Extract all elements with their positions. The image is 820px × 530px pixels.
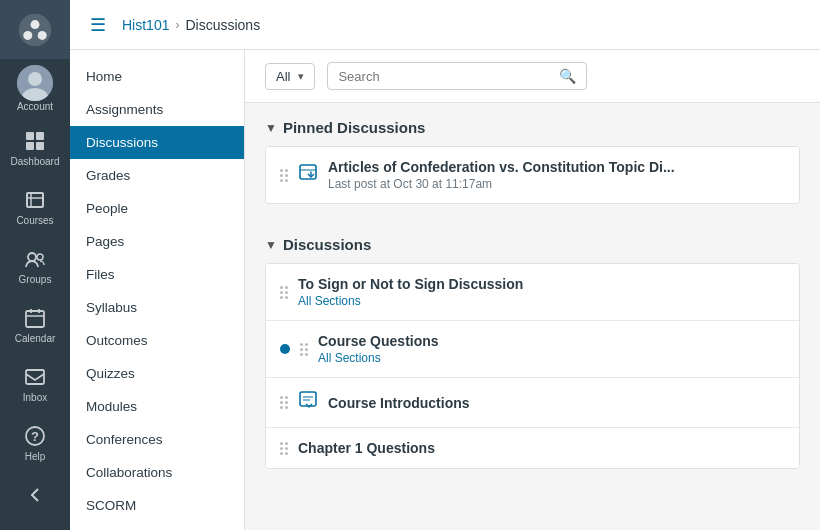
groups-icon bbox=[22, 246, 48, 272]
nav-label-courses: Courses bbox=[16, 215, 53, 226]
courses-icon bbox=[22, 187, 48, 213]
nav-label-inbox: Inbox bbox=[23, 392, 47, 403]
table-row[interactable]: Articles of Confederation vs. Constituti… bbox=[266, 147, 799, 203]
discussion-content: To Sign or Not to Sign Discussion All Se… bbox=[298, 276, 785, 308]
nav-label-dashboard: Dashboard bbox=[11, 156, 60, 167]
table-row[interactable]: Course Introductions bbox=[266, 378, 799, 428]
nav-label-calendar: Calendar bbox=[15, 333, 56, 344]
discussion-title: Course Introductions bbox=[328, 395, 785, 411]
search-input[interactable] bbox=[338, 69, 553, 84]
svg-point-15 bbox=[37, 254, 43, 260]
discussion-area: All ▾ 🔍 ▼ Pinned Discussions bbox=[245, 50, 820, 530]
nav-label-help: Help bbox=[25, 451, 46, 462]
svg-rect-20 bbox=[26, 370, 44, 384]
search-icon: 🔍 bbox=[559, 68, 576, 84]
logo bbox=[0, 0, 70, 59]
topbar: ☰ Hist101 › Discussions bbox=[70, 0, 820, 50]
discussion-title: Articles of Confederation vs. Constituti… bbox=[328, 159, 785, 175]
sidebar-item-syllabus[interactable]: Syllabus bbox=[70, 291, 244, 324]
svg-rect-7 bbox=[26, 132, 34, 140]
drag-handle bbox=[280, 442, 288, 455]
filter-dropdown[interactable]: All ▾ bbox=[265, 63, 315, 90]
help-icon: ? bbox=[22, 423, 48, 449]
pinned-section: ▼ Pinned Discussions bbox=[245, 103, 820, 204]
sidebar-item-modules[interactable]: Modules bbox=[70, 390, 244, 423]
sidebar-item-conferences[interactable]: Conferences bbox=[70, 423, 244, 456]
filter-label: All bbox=[276, 69, 290, 84]
drag-handle bbox=[280, 396, 288, 409]
discussion-peer-icon bbox=[298, 163, 318, 188]
discussions-section-title: Discussions bbox=[283, 236, 371, 253]
svg-point-0 bbox=[19, 13, 51, 45]
svg-rect-9 bbox=[26, 142, 34, 150]
discussion-content: Course Questions All Sections bbox=[318, 333, 785, 365]
table-row[interactable]: To Sign or Not to Sign Discussion All Se… bbox=[266, 264, 799, 321]
hamburger-icon[interactable]: ☰ bbox=[90, 14, 106, 36]
nav-item-inbox[interactable]: Inbox bbox=[0, 354, 70, 413]
svg-point-1 bbox=[31, 20, 40, 29]
discussion-sections: All Sections bbox=[318, 351, 785, 365]
svg-rect-11 bbox=[27, 193, 43, 207]
pinned-section-header[interactable]: ▼ Pinned Discussions bbox=[265, 119, 800, 136]
sidebar-item-files[interactable]: Files bbox=[70, 258, 244, 291]
breadcrumb-course[interactable]: Hist101 bbox=[122, 17, 169, 33]
breadcrumb-current: Discussions bbox=[185, 17, 260, 33]
sidebar-item-quizzes[interactable]: Quizzes bbox=[70, 357, 244, 390]
discussion-sections: All Sections bbox=[298, 294, 785, 308]
table-row[interactable]: Course Questions All Sections bbox=[266, 321, 799, 378]
sidebar-item-people[interactable]: People bbox=[70, 192, 244, 225]
sidebar-item-pages[interactable]: Pages bbox=[70, 225, 244, 258]
sidebar-item-home[interactable]: Home bbox=[70, 60, 244, 93]
sidebar-item-scorm[interactable]: SCORM bbox=[70, 489, 244, 522]
discussion-content: Chapter 1 Questions bbox=[298, 440, 785, 456]
nav-item-courses[interactable]: Courses bbox=[0, 177, 70, 236]
unread-dot bbox=[280, 344, 290, 354]
inbox-icon bbox=[22, 364, 48, 390]
breadcrumb: Hist101 › Discussions bbox=[122, 17, 260, 33]
nav-item-collapse[interactable] bbox=[0, 472, 70, 520]
sidebar-item-collaborations[interactable]: Collaborations bbox=[70, 456, 244, 489]
sidebar-item-grades[interactable]: Grades bbox=[70, 159, 244, 192]
discussion-content: Course Introductions bbox=[328, 395, 785, 411]
svg-rect-8 bbox=[36, 132, 44, 140]
sidebar-item-assignments[interactable]: Assignments bbox=[70, 93, 244, 126]
sidebar-item-discussions[interactable]: Discussions bbox=[70, 126, 244, 159]
nav-label-groups: Groups bbox=[19, 274, 52, 285]
svg-point-2 bbox=[23, 30, 32, 39]
nav-item-dashboard[interactable]: Dashboard bbox=[0, 118, 70, 177]
nav-item-groups[interactable]: Groups bbox=[0, 236, 70, 295]
discussion-title: To Sign or Not to Sign Discussion bbox=[298, 276, 785, 292]
discussion-title: Course Questions bbox=[318, 333, 785, 349]
arrow-left-icon bbox=[22, 482, 48, 508]
discussion-content: Articles of Confederation vs. Constituti… bbox=[328, 159, 785, 191]
svg-rect-26 bbox=[300, 392, 316, 406]
svg-rect-10 bbox=[36, 142, 44, 150]
nav-label-account: Account bbox=[17, 101, 53, 112]
sidebar-item-chat[interactable]: Chat bbox=[70, 522, 244, 530]
nav-rail: Account Dashboard Courses bbox=[0, 0, 70, 530]
discussion-meta: Last post at Oct 30 at 11:17am bbox=[328, 177, 785, 191]
pinned-section-title: Pinned Discussions bbox=[283, 119, 426, 136]
breadcrumb-separator: › bbox=[175, 18, 179, 32]
table-row[interactable]: Chapter 1 Questions bbox=[266, 428, 799, 468]
discussions-toggle-icon: ▼ bbox=[265, 238, 277, 252]
nav-item-calendar[interactable]: Calendar bbox=[0, 295, 70, 354]
drag-handle bbox=[280, 169, 288, 182]
actions-bar: All ▾ 🔍 bbox=[245, 50, 820, 103]
drag-handle bbox=[280, 286, 288, 299]
main-area: ☰ Hist101 › Discussions Home Assignments… bbox=[70, 0, 820, 530]
svg-text:?: ? bbox=[31, 429, 39, 444]
nav-item-account[interactable]: Account bbox=[0, 59, 70, 118]
calendar-icon bbox=[22, 305, 48, 331]
drag-handle bbox=[300, 343, 308, 356]
chevron-down-icon: ▾ bbox=[298, 70, 304, 83]
dashboard-icon bbox=[22, 128, 48, 154]
svg-rect-23 bbox=[300, 165, 316, 179]
svg-rect-16 bbox=[26, 311, 44, 327]
sidebar: Home Assignments Discussions Grades Peop… bbox=[70, 50, 245, 530]
discussions-section: ▼ Discussions To Sign or Not to Sign Dis… bbox=[245, 220, 820, 469]
svg-point-14 bbox=[28, 253, 36, 261]
sidebar-item-outcomes[interactable]: Outcomes bbox=[70, 324, 244, 357]
nav-item-help[interactable]: ? Help bbox=[0, 413, 70, 472]
discussions-section-header[interactable]: ▼ Discussions bbox=[265, 236, 800, 253]
